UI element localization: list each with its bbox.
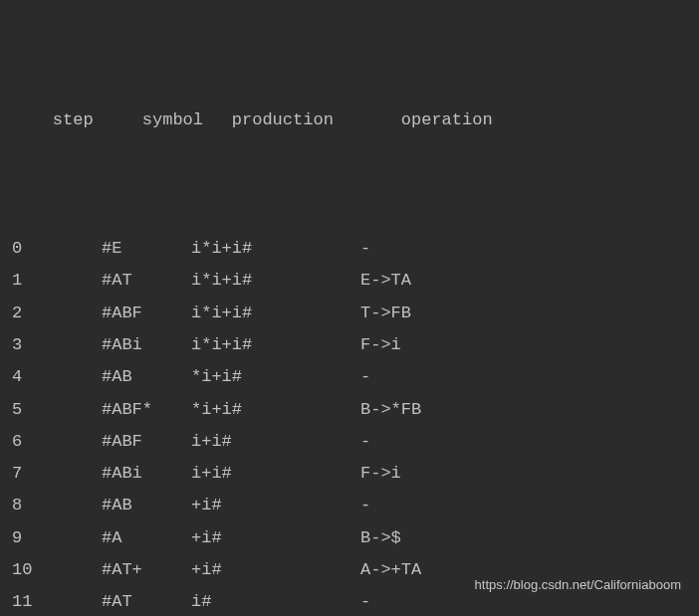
cell-symbol: #AT (102, 265, 191, 297)
cell-operation: - (360, 586, 370, 616)
cell-operation: - (360, 233, 370, 265)
cell-production: i*i+i# (191, 265, 360, 297)
cell-step: 6 (12, 426, 102, 458)
table-row: 7#ABii+i#F->i (12, 458, 687, 490)
cell-symbol: #ABF (102, 426, 191, 458)
cell-step: 11 (12, 586, 102, 616)
table-row: 3#ABii*i+i#F->i (12, 329, 687, 361)
cell-operation: B->*FB (360, 394, 421, 426)
header-symbol: symbol (142, 104, 232, 136)
cell-step: 1 (12, 265, 102, 297)
table-row: 4#AB*i+i#- (12, 361, 687, 393)
cell-symbol: #AB (102, 490, 191, 521)
table-row: 9#A+i#B->$ (12, 522, 687, 554)
cell-production: *i+i# (191, 361, 360, 393)
cell-operation: F->i (360, 458, 401, 490)
cell-production: i*i+i# (191, 329, 360, 361)
header-production: production (232, 104, 401, 136)
cell-operation: F->i (360, 329, 401, 361)
cell-symbol: #AT (102, 586, 191, 616)
cell-operation: - (360, 361, 370, 393)
cell-symbol: #ABi (102, 329, 191, 361)
cell-symbol: #AT+ (102, 554, 191, 586)
cell-step: 2 (12, 298, 102, 329)
cell-step: 4 (12, 361, 102, 393)
cell-production: +i# (191, 554, 360, 586)
cell-operation: - (360, 426, 370, 458)
header-operation: operation (401, 104, 493, 136)
table-row: 5#ABF**i+i#B->*FB (12, 394, 687, 426)
cell-symbol: #ABi (102, 458, 191, 490)
cell-production: i# (191, 586, 360, 616)
cell-production: +i# (191, 522, 360, 554)
cell-operation: E->TA (360, 265, 411, 297)
cell-production: i*i+i# (191, 298, 360, 329)
cell-symbol: #A (102, 522, 191, 554)
cell-operation: B->$ (360, 522, 401, 554)
cell-production: +i# (191, 490, 360, 521)
cell-step: 8 (12, 490, 102, 521)
table-row: 6#ABFi+i#- (12, 426, 687, 458)
table-row: 1#ATi*i+i#E->TA (12, 265, 687, 297)
cell-production: i+i# (191, 426, 360, 458)
table-header: stepsymbolproductionoperation (12, 73, 687, 169)
table-row: 0#Ei*i+i#- (12, 233, 687, 265)
cell-symbol: #ABF* (102, 394, 191, 426)
header-step: step (53, 104, 142, 136)
cell-production: i*i+i# (191, 233, 360, 265)
cell-operation: T->FB (360, 298, 411, 329)
cell-operation: - (360, 490, 370, 521)
parse-table: stepsymbolproductionoperation 0#Ei*i+i#-… (12, 8, 687, 616)
cell-production: *i+i# (191, 394, 360, 426)
cell-step: 9 (12, 522, 102, 554)
cell-step: 10 (12, 554, 102, 586)
cell-symbol: #ABF (102, 298, 191, 329)
watermark: https://blog.csdn.net/Californiaboom (475, 573, 681, 598)
cell-symbol: #E (102, 233, 191, 265)
cell-operation: A->+TA (360, 554, 421, 586)
table-row: 2#ABFi*i+i#T->FB (12, 298, 687, 329)
cell-production: i+i# (191, 458, 360, 490)
cell-step: 5 (12, 394, 102, 426)
cell-step: 3 (12, 329, 102, 361)
cell-step: 7 (12, 458, 102, 490)
cell-step: 0 (12, 233, 102, 265)
table-row: 8#AB+i#- (12, 490, 687, 521)
cell-symbol: #AB (102, 361, 191, 393)
